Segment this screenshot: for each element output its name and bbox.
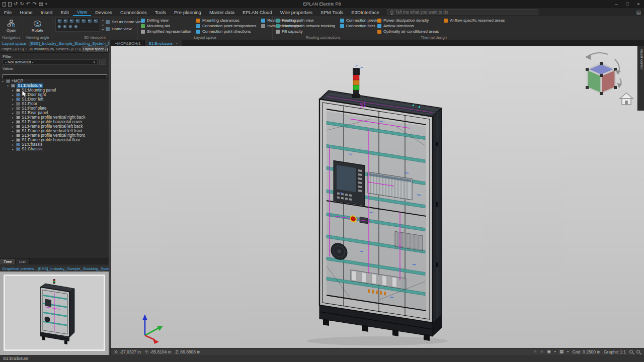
expand-icon[interactable]: ▸ [11, 88, 15, 92]
graphic-scale-value[interactable]: Graphic 1:1 [604, 349, 626, 354]
menu-item-wire-properties[interactable]: Wire properties [276, 8, 316, 16]
tree-row-frame-profile[interactable]: ▸ S1:Frame profile vertical right front [0, 133, 109, 138]
airflow-specific-reserved-areas-button[interactable]: Airflow-specific reserved areas [444, 18, 505, 23]
gallery-more-icon[interactable]: ▾ [102, 28, 104, 31]
mounting-clearances-button[interactable]: Mounting clearances [196, 18, 256, 23]
expand-icon[interactable]: ▾ [6, 84, 10, 87]
tree-row-floor[interactable]: ▸ S1:Floor [0, 102, 109, 106]
tab-s1-enclosure[interactable]: S1:Enclosure × [144, 40, 182, 46]
menu-item-master-data[interactable]: Master data [205, 8, 238, 16]
tab-list[interactable]: List [16, 259, 29, 264]
chevron-down-icon[interactable]: ▾ [554, 349, 556, 354]
tab-close-icon[interactable]: × [176, 41, 178, 46]
tree-row-roof-plate[interactable]: ▸ S1:Roof plate [0, 106, 109, 111]
expand-icon[interactable]: ▸ [11, 129, 15, 133]
gallery-down-icon[interactable]: ▾ [102, 23, 104, 27]
3d-canvas[interactable]: S1 [111, 46, 644, 348]
rotate-button[interactable]: Rotate [26, 18, 49, 35]
menu-item-eplan-cloud[interactable]: EPLAN Cloud [238, 8, 276, 16]
menu-item-home[interactable]: Home [16, 8, 36, 16]
grid-display-icon[interactable]: ▦ [559, 349, 564, 354]
viewpoint-cube-icon[interactable] [63, 19, 68, 23]
simplified-representation-button[interactable]: Simplified representation [141, 29, 191, 34]
connection-point-directions-button[interactable]: Connection point directions [196, 29, 256, 34]
viewpoint-globe-icon[interactable] [74, 25, 78, 29]
tab-layout-space[interactable]: Layout space - [E... [82, 46, 109, 52]
expand-icon[interactable]: ▸ [11, 125, 15, 128]
power-dissipation-density-button[interactable]: Power dissipation density [377, 18, 439, 23]
expand-icon[interactable]: ▸ [11, 120, 15, 124]
tab-3d-mounting-layout[interactable]: 3D mounting lay... [27, 46, 54, 52]
expand-icon[interactable]: ▸ [11, 143, 15, 146]
viewpoint-globe-icon[interactable] [63, 25, 67, 29]
airflow-directions-button[interactable]: Airflow directions [377, 23, 439, 29]
graphical-preview-title-bar[interactable]: Graphical preview - [EES]_Industry_Sampl… [0, 265, 109, 272]
mounting-aid-button[interactable]: Mounting aid [141, 23, 191, 29]
tree-row-frame-profile[interactable]: ▸ S1:Frame profile horizontal floor [0, 138, 109, 142]
ribbon-options-icon[interactable]: ▤ [636, 10, 644, 15]
tree-row-enclosure[interactable]: ▾ S1:Enclosure [0, 83, 109, 88]
menu-item-spm-tools[interactable]: SPM Tools [316, 8, 347, 16]
menu-item-insert[interactable]: Insert [37, 8, 57, 16]
zoom-in-icon[interactable] [629, 350, 633, 353]
routing-path-network-tracking-button[interactable]: Routing path network tracking [276, 23, 335, 29]
tab-pages[interactable]: Pages - [EES]_Ind... [0, 46, 27, 52]
expand-icon[interactable]: ▸ [11, 93, 15, 97]
routing-path-view-button[interactable]: Routing path view [276, 18, 335, 23]
viewpoint-cube-icon[interactable] [94, 19, 98, 23]
drilling-view-button[interactable]: Drilling view [141, 18, 191, 23]
menu-item-devices[interactable]: Devices [91, 8, 116, 16]
viewpoint-globe-icon[interactable] [68, 25, 72, 29]
tree-row-frame-profile[interactable]: ▸ S1:Frame profile vertical left back [0, 124, 109, 129]
zoom-out-icon[interactable] [636, 350, 640, 353]
expand-icon[interactable]: ▸ [11, 98, 15, 101]
expand-icon[interactable]: ▸ [11, 147, 15, 151]
expand-icon[interactable]: ▸ [11, 107, 15, 110]
tree-row-door-left[interactable]: ▸ S1:Door left [0, 97, 109, 102]
object-snap-icon[interactable]: ∩ [540, 349, 543, 354]
insert-center-tab[interactable]: Insert center [637, 46, 644, 111]
tree-row-frame-profile[interactable]: ▸ S1:Frame profile horizontal cover [0, 120, 109, 124]
viewpoint-cube-icon[interactable] [82, 19, 86, 23]
panel-title-bar[interactable]: Layout space - [EES]_Industry_Sample_Sta… [0, 40, 109, 46]
menu-item-file[interactable]: File [0, 8, 16, 16]
grid-size-value[interactable]: Grid: 0.2500 in [572, 349, 600, 354]
tab-tree[interactable]: Tree [0, 259, 16, 264]
open-button[interactable]: Open [3, 18, 20, 35]
tab-devices[interactable]: Devices - [EES]_In... [54, 46, 82, 52]
layers-icon[interactable]: ◉ [547, 349, 551, 354]
viewpoint-cube-icon[interactable] [57, 19, 62, 23]
viewpoint-cube-icon[interactable] [75, 19, 80, 23]
filter-select[interactable]: - Not activated - ▾ [3, 59, 98, 65]
snap-to-grid-icon[interactable]: ∩ [533, 349, 536, 354]
menu-item-pre-planning[interactable]: Pre-planning [170, 8, 205, 16]
expand-icon[interactable]: ▸ [11, 134, 15, 137]
tree-row-frame-profile[interactable]: ▸ S1:Frame profile vertical right back [0, 115, 109, 120]
viewpoint-globe-icon[interactable] [57, 25, 61, 29]
chevron-down-icon[interactable]: ▾ [567, 349, 569, 354]
expand-icon[interactable]: ▸ [11, 116, 15, 119]
expand-icon[interactable]: ▾ [1, 79, 5, 83]
tree-row-rear-panel[interactable]: ▸ S1:Rear panel [0, 111, 109, 115]
menu-item-tools[interactable]: Tools [151, 8, 170, 16]
tell-me-search-input[interactable]: Tell me what you want to do [387, 9, 538, 15]
fill-capacity-button[interactable]: Fill capacity [276, 29, 335, 34]
tree-row-root[interactable]: ▾ +MCP [0, 79, 109, 83]
expand-icon[interactable]: ▸ [11, 138, 15, 142]
menu-item-connections[interactable]: Connections [116, 8, 151, 16]
tree-row-frame-profile[interactable]: ▸ S1:Frame profile vertical left front [0, 129, 109, 133]
expand-icon[interactable]: ▸ [11, 102, 15, 106]
close-button[interactable]: × [633, 0, 644, 8]
expand-icon[interactable]: ▸ [11, 111, 15, 115]
tree-row-door-right[interactable]: ▸ S1:Door right [0, 93, 109, 97]
tree-row-mounting-panel[interactable]: ▸ S1:Mounting panel [0, 88, 109, 93]
connection-point-designations-button[interactable]: Connection point designations [196, 23, 256, 29]
enclosure-3d-model[interactable]: S1 [319, 65, 442, 341]
menu-item-e3dinterface[interactable]: E3DInterface [347, 8, 383, 16]
filter-more-button[interactable]: ··· [99, 59, 106, 65]
tree-row-chassis[interactable]: ▸ S1:Chassis [0, 147, 109, 151]
viewpoint-cube-icon[interactable] [69, 19, 74, 23]
viewpoint-cube-icon[interactable] [88, 19, 92, 23]
layout-space-path[interactable]: +MCP&SCH/1 [111, 41, 144, 46]
gallery-up-icon[interactable]: ▴ [102, 18, 104, 22]
